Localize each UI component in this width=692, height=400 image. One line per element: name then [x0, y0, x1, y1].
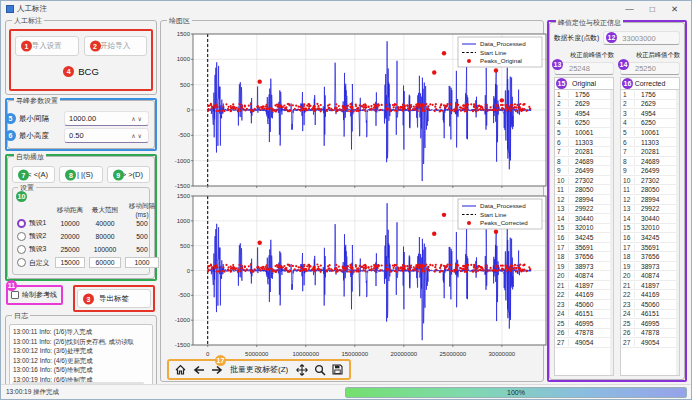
after-count-field[interactable]: 25250: [620, 62, 680, 75]
table-row[interactable]: 926499: [555, 166, 613, 176]
corrected-table[interactable]: 16 Corrected 117562262934954462505100616…: [620, 77, 680, 376]
manual-annotation-group: 人工标注 1 导入设置 2 开始导入 4 BCG: [5, 20, 157, 95]
data-length-label: 数据长度(点数): [554, 33, 599, 43]
table-row[interactable]: 1938973: [621, 262, 679, 272]
pan-icon[interactable]: [295, 363, 308, 376]
table-row[interactable]: 2446151: [555, 310, 613, 320]
minimize-button[interactable]: —: [625, 4, 634, 14]
table-row[interactable]: 1027302: [621, 176, 679, 186]
preset-value-input[interactable]: 15000: [55, 257, 85, 268]
zoom-icon[interactable]: [313, 363, 326, 376]
min-height-value: 0.50: [69, 131, 131, 140]
spinner-chevrons-icon[interactable]: ∧∨: [131, 132, 144, 139]
step-back-button[interactable]: 7 < <(A): [12, 166, 55, 183]
table-row[interactable]: 1430440: [621, 214, 679, 224]
table-row[interactable]: 611303: [555, 138, 613, 148]
table-row[interactable]: 34954: [621, 109, 679, 119]
reference-line-checkbox[interactable]: [11, 291, 19, 299]
peak-value: 2629: [635, 100, 679, 107]
svg-text:500: 500: [180, 243, 191, 249]
table-row[interactable]: 2546995: [555, 319, 613, 329]
preset-value: 20000: [53, 233, 87, 240]
table-row[interactable]: 720281: [621, 147, 679, 157]
save-icon[interactable]: [331, 363, 344, 376]
preset-value-input[interactable]: 60000: [89, 257, 121, 268]
log-box[interactable]: 13:00:11 Info: (1/6)导入完成13:00:11 Info: (…: [9, 324, 153, 387]
table-row[interactable]: 2244169: [555, 290, 613, 300]
pause-button[interactable]: 8 | |(S): [59, 166, 102, 183]
before-count-field[interactable]: 25248: [554, 62, 614, 75]
table-row[interactable]: 2749054: [555, 338, 613, 348]
table-row[interactable]: 2546995: [621, 319, 679, 329]
table-row[interactable]: 1128050: [621, 185, 679, 195]
table-row[interactable]: 22629: [621, 100, 679, 110]
table-row[interactable]: 1532010: [621, 224, 679, 234]
table-row[interactable]: 2647878: [621, 329, 679, 339]
table-row[interactable]: 2040874: [555, 271, 613, 281]
table-row[interactable]: 824689: [621, 157, 679, 167]
table-row[interactable]: 2141897: [621, 281, 679, 291]
table-row[interactable]: 2040874: [621, 271, 679, 281]
table-row[interactable]: 1735691: [555, 243, 613, 253]
table-row[interactable]: 824689: [555, 157, 613, 167]
table-row[interactable]: 1329922: [621, 205, 679, 215]
min-interval-spinbox[interactable]: 1000.00 ∧∨: [64, 111, 149, 126]
corrected-table-scrollbar[interactable]: [676, 90, 679, 375]
table-row[interactable]: 11756: [621, 90, 679, 100]
table-row[interactable]: 1128050: [555, 185, 613, 195]
preset-radio[interactable]: [17, 245, 26, 254]
spinner-chevrons-icon[interactable]: ∧∨: [131, 115, 144, 122]
row-index: 1: [621, 91, 635, 98]
table-row[interactable]: 2345060: [621, 300, 679, 310]
table-row[interactable]: 926499: [621, 166, 679, 176]
table-row[interactable]: 1430440: [555, 214, 613, 224]
table-row[interactable]: 1329922: [555, 205, 613, 215]
preset-value-input[interactable]: 1000: [125, 257, 159, 268]
peak-value: 28050: [635, 186, 679, 193]
preset-radio[interactable]: [17, 219, 26, 228]
table-row[interactable]: 1938973: [555, 262, 613, 272]
table-row[interactable]: 22629: [555, 100, 613, 110]
table-row[interactable]: 1735691: [621, 243, 679, 253]
plot-original[interactable]: -1500-1000-500050010001500Data_Processed…: [163, 29, 551, 191]
table-row[interactable]: 1634245: [555, 233, 613, 243]
table-row[interactable]: 1837656: [555, 252, 613, 262]
close-button[interactable]: ✕: [671, 4, 678, 14]
table-row[interactable]: 1228994: [621, 195, 679, 205]
table-row[interactable]: 2141897: [555, 281, 613, 291]
back-icon[interactable]: [192, 363, 205, 376]
table-row[interactable]: 46250: [621, 119, 679, 129]
table-row[interactable]: 11756: [555, 90, 613, 100]
preset-radio[interactable]: [17, 258, 26, 267]
export-labels-button[interactable]: 3 导出标签: [77, 289, 151, 308]
start-import-button[interactable]: 2 开始导入: [84, 36, 148, 56]
original-table[interactable]: 15 Original 1175622629349544625051006161…: [554, 77, 614, 376]
table-row[interactable]: 510061: [621, 128, 679, 138]
progress-bar: 100%: [345, 387, 687, 398]
table-row[interactable]: 1634245: [621, 233, 679, 243]
plot-corrected[interactable]: -1500-1000-50005001000150005000000100000…: [163, 191, 551, 359]
table-row[interactable]: 2749054: [621, 338, 679, 348]
table-row[interactable]: 2446151: [621, 310, 679, 320]
import-settings-button[interactable]: 1 导入设置: [15, 36, 79, 56]
table-row[interactable]: 2647878: [555, 329, 613, 339]
preset-radio[interactable]: [17, 232, 26, 241]
table-row[interactable]: 46250: [555, 119, 613, 129]
table-row[interactable]: 1027302: [555, 176, 613, 186]
maximize-button[interactable]: □: [650, 4, 655, 14]
table-row[interactable]: 510061: [555, 128, 613, 138]
min-height-spinbox[interactable]: 0.50 ∧∨: [64, 128, 149, 143]
table-row[interactable]: 720281: [555, 147, 613, 157]
table-row[interactable]: 1837656: [621, 252, 679, 262]
table-row[interactable]: 2244169: [621, 290, 679, 300]
table-row[interactable]: 2345060: [555, 300, 613, 310]
peak-value: 6250: [569, 119, 613, 126]
batch-edit-labels-button[interactable]: 批量更改标签(Z): [228, 364, 290, 375]
table-row[interactable]: 1228994: [555, 195, 613, 205]
original-table-scrollbar[interactable]: [610, 90, 613, 375]
table-row[interactable]: 1532010: [555, 224, 613, 234]
table-row[interactable]: 611303: [621, 138, 679, 148]
home-icon[interactable]: [174, 363, 187, 376]
table-row[interactable]: 34954: [555, 109, 613, 119]
step-forward-button[interactable]: 9 > >(D): [107, 166, 150, 183]
